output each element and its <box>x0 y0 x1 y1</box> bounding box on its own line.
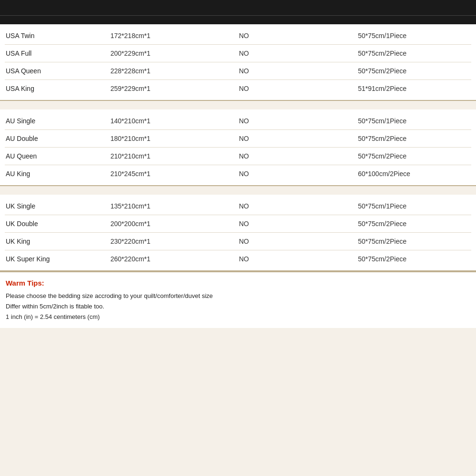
cell-pillow: 50*75cm/1Piece <box>358 202 476 210</box>
cell-country: USA Full <box>6 50 110 57</box>
table-row: AU Queen210*210cm*1NO50*75cm/2Piece <box>5 148 471 165</box>
table-row: AU Double180*210cm*1NO50*75cm/2Piece <box>5 130 471 148</box>
cell-duvet: 230*220cm*1 <box>110 238 239 245</box>
cell-pillow: 50*75cm/2Piece <box>358 67 476 75</box>
table-row: UK Single135*210cm*1NO50*75cm/1Piece <box>5 198 471 215</box>
cell-duvet: 210*245cm*1 <box>110 170 239 178</box>
cell-duvet: 135*210cm*1 <box>110 202 239 210</box>
cell-pillow: 51*91cm/2Piece <box>358 85 476 92</box>
cell-sheet: NO <box>239 85 358 92</box>
cell-sheet: NO <box>239 255 358 263</box>
cell-country: USA King <box>6 85 110 92</box>
cell-duvet: 172*218cm*1 <box>110 32 239 40</box>
cell-pillow: 50*75cm/1Piece <box>358 117 476 125</box>
cell-sheet: NO <box>239 117 358 125</box>
cell-duvet: 210*210cm*1 <box>110 152 239 160</box>
cell-country: AU Double <box>6 135 110 142</box>
cell-sheet: NO <box>239 220 358 228</box>
table-row: USA Queen228*228cm*1NO50*75cm/2Piece <box>5 62 471 80</box>
table-row: UK Super King260*220cm*1NO50*75cm/2Piece <box>5 250 471 268</box>
cell-pillow: 50*75cm/2Piece <box>358 50 476 57</box>
section-usa: USA Twin172*218cm*1NO50*75cm/1PieceUSA F… <box>0 24 476 101</box>
cell-country: USA Twin <box>6 32 110 40</box>
cell-sheet: NO <box>239 32 358 40</box>
cell-duvet: 259*229cm*1 <box>110 85 239 92</box>
cell-pillow: 50*75cm/2Piece <box>358 152 476 160</box>
cell-duvet: 200*229cm*1 <box>110 50 239 57</box>
tips-text: Please choose the bedding size accroding… <box>6 291 470 322</box>
cell-duvet: 260*220cm*1 <box>110 255 239 263</box>
cell-country: UK Double <box>6 220 110 228</box>
column-headers <box>0 15 476 24</box>
cell-sheet: NO <box>239 238 358 245</box>
section-uk: UK Single135*210cm*1NO50*75cm/1PieceUK D… <box>0 195 476 271</box>
header <box>0 0 476 15</box>
tips-section: Warm Tips: Please choose the bedding siz… <box>0 271 476 328</box>
cell-country: USA Queen <box>6 67 110 75</box>
section-au: AU Single140*210cm*1NO50*75cm/1PieceAU D… <box>0 109 476 186</box>
cell-country: UK Single <box>6 202 110 210</box>
cell-sheet: NO <box>239 202 358 210</box>
cell-duvet: 180*210cm*1 <box>110 135 239 142</box>
cell-country: UK Super King <box>6 255 110 263</box>
section-spacer <box>0 186 476 195</box>
table-row: USA Twin172*218cm*1NO50*75cm/1Piece <box>5 27 471 45</box>
cell-duvet: 228*228cm*1 <box>110 67 239 75</box>
cell-duvet: 140*210cm*1 <box>110 117 239 125</box>
cell-pillow: 50*75cm/2Piece <box>358 238 476 245</box>
section-spacer <box>0 101 476 109</box>
cell-country: AU Single <box>6 117 110 125</box>
cell-pillow: 50*75cm/2Piece <box>358 255 476 263</box>
cell-pillow: 50*75cm/1Piece <box>358 32 476 40</box>
table-row: AU Single140*210cm*1NO50*75cm/1Piece <box>5 112 471 130</box>
table-row: UK King230*220cm*1NO50*75cm/2Piece <box>5 233 471 250</box>
table-row: UK Double200*200cm*1NO50*75cm/2Piece <box>5 215 471 233</box>
table-row: AU King210*245cm*1NO60*100cm/2Piece <box>5 165 471 182</box>
cell-sheet: NO <box>239 170 358 178</box>
table-row: USA King259*229cm*1NO51*91cm/2Piece <box>5 80 471 97</box>
cell-pillow: 50*75cm/2Piece <box>358 220 476 228</box>
table-row: USA Full200*229cm*1NO50*75cm/2Piece <box>5 45 471 62</box>
cell-sheet: NO <box>239 67 358 75</box>
cell-country: AU King <box>6 170 110 178</box>
cell-pillow: 60*100cm/2Piece <box>358 170 476 178</box>
cell-country: AU Queen <box>6 152 110 160</box>
cell-duvet: 200*200cm*1 <box>110 220 239 228</box>
sections-container: USA Twin172*218cm*1NO50*75cm/1PieceUSA F… <box>0 24 476 271</box>
cell-sheet: NO <box>239 50 358 57</box>
cell-sheet: NO <box>239 135 358 142</box>
cell-sheet: NO <box>239 152 358 160</box>
cell-pillow: 50*75cm/2Piece <box>358 135 476 142</box>
page-wrapper: USA Twin172*218cm*1NO50*75cm/1PieceUSA F… <box>0 0 476 328</box>
cell-country: UK King <box>6 238 110 245</box>
warm-tips-label: Warm Tips: <box>6 279 470 287</box>
